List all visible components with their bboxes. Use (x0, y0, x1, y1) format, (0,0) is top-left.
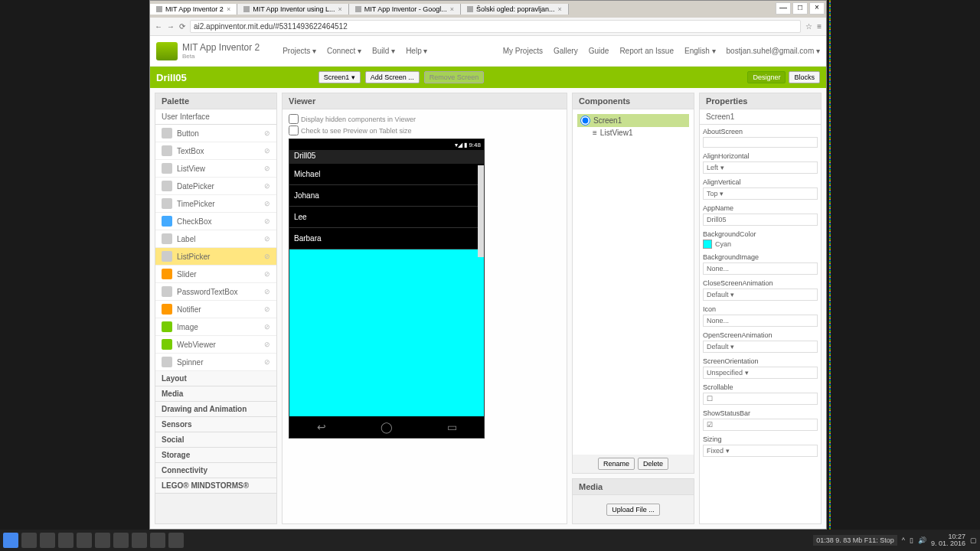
palette-category-drawing-and-animation[interactable]: Drawing and Animation (155, 402, 276, 417)
help-icon[interactable]: ⊘ (264, 129, 270, 137)
property-value[interactable]: Left ▾ (703, 161, 818, 174)
forward-icon[interactable]: → (167, 22, 175, 31)
reload-icon[interactable]: ⟳ (179, 22, 185, 31)
minimize-button[interactable]: — (776, 2, 791, 15)
menu-guide[interactable]: Guide (589, 47, 609, 55)
browser-tab-3[interactable]: Šolski ogled: popravljan...× (461, 4, 569, 15)
palette-item-checkbox[interactable]: CheckBox⊘ (155, 213, 276, 230)
list-item[interactable]: Barbara (289, 228, 484, 249)
palette-item-webviewer[interactable]: WebViewer⊘ (155, 336, 276, 354)
phone-body[interactable]: MichaelJohanaLeeBarbara (289, 164, 484, 416)
property-value[interactable]: None... (703, 262, 818, 275)
menu-help[interactable]: Help ▾ (406, 47, 427, 55)
back-icon[interactable]: ← (155, 22, 162, 31)
restore-button[interactable]: □ (792, 2, 808, 15)
property-value[interactable]: Top ▾ (703, 187, 818, 200)
palette-item-label[interactable]: Label⊘ (155, 230, 276, 248)
delete-button[interactable]: Delete (638, 458, 668, 470)
property-value[interactable]: Fixed ▾ (703, 445, 818, 457)
tray-up-icon[interactable]: ^ (902, 536, 905, 544)
screen-selector[interactable]: Screen1 ▾ (318, 71, 361, 83)
help-icon[interactable]: ⊘ (264, 217, 270, 225)
star-icon[interactable]: ☆ (805, 22, 812, 31)
property-value[interactable]: Drill05 (703, 214, 818, 226)
opt-tablet-checkbox[interactable] (289, 126, 299, 135)
property-value[interactable]: Unspecified ▾ (703, 367, 818, 379)
add-screen-button[interactable]: Add Screen ... (365, 71, 420, 83)
tray-network-icon[interactable]: ▯ (910, 536, 913, 544)
tree-screen1[interactable]: Screen1 (577, 114, 689, 127)
upload-file-button[interactable]: Upload File ... (606, 504, 660, 516)
palette-category-lego-mindstorms-[interactable]: LEGO® MINDSTORMS® (155, 478, 276, 494)
list-item[interactable]: Michael (289, 164, 484, 185)
blocks-button[interactable]: Blocks (789, 71, 820, 83)
store-icon[interactable] (77, 533, 92, 548)
help-icon[interactable]: ⊘ (264, 341, 270, 348)
edge-icon[interactable] (95, 533, 110, 548)
property-value[interactable]: None... (703, 315, 818, 327)
clock-date[interactable]: 9. 01. 2016 (931, 540, 965, 547)
property-value[interactable]: Default ▾ (703, 341, 818, 353)
help-icon[interactable]: ⊘ (264, 253, 270, 260)
palette-item-listview[interactable]: ListView⊘ (155, 160, 276, 178)
help-icon[interactable]: ⊘ (264, 235, 270, 243)
menu-language[interactable]: English ▾ (684, 47, 716, 55)
help-icon[interactable]: ⊘ (264, 182, 270, 190)
url-input[interactable]: ai2.appinventor.mit.edu/#531149362246451… (190, 20, 801, 33)
recorder-icon[interactable] (168, 533, 184, 548)
taskview-icon[interactable] (40, 533, 55, 548)
palette-category-storage[interactable]: Storage (155, 448, 276, 463)
tree-listview1[interactable]: ≡ListView1 (590, 127, 689, 139)
listview-component[interactable]: MichaelJohanaLeeBarbara (289, 164, 484, 249)
close-icon[interactable]: × (227, 5, 230, 13)
tree-radio[interactable] (580, 116, 590, 126)
notifications-icon[interactable]: ▢ (970, 536, 977, 544)
help-icon[interactable]: ⊘ (264, 200, 270, 207)
palette-item-button[interactable]: Button⊘ (155, 125, 276, 142)
palette-item-image[interactable]: Image⊘ (155, 318, 276, 336)
opt-hidden-checkbox[interactable] (289, 114, 299, 124)
palette-category-sensors[interactable]: Sensors (155, 417, 276, 432)
skype-icon[interactable] (132, 533, 147, 548)
browser-tab-2[interactable]: MIT App Inventor - Googl...× (349, 4, 461, 15)
property-value[interactable]: Default ▾ (703, 289, 818, 301)
remove-screen-button[interactable]: Remove Screen (424, 71, 485, 83)
help-icon[interactable]: ⊘ (264, 165, 270, 172)
opt-hidden[interactable]: Display hidden components in Viewer (289, 114, 560, 124)
palette-item-notifier[interactable]: Notifier⊘ (155, 301, 276, 318)
property-value[interactable]: ☐ (703, 393, 818, 405)
menu-account[interactable]: bostjan.suhel@gmail.com ▾ (727, 47, 820, 55)
listview-scrollbar[interactable] (478, 165, 484, 257)
property-value[interactable]: ☑ (703, 419, 818, 431)
palette-item-spinner[interactable]: Spinner⊘ (155, 354, 276, 371)
close-button[interactable]: × (809, 2, 825, 15)
menu-connect[interactable]: Connect ▾ (327, 47, 361, 55)
property-value[interactable] (703, 137, 818, 148)
palette-item-listpicker[interactable]: ListPicker⊘ (155, 248, 276, 266)
help-icon[interactable]: ⊘ (264, 270, 270, 278)
menu-projects[interactable]: Projects ▾ (283, 47, 316, 55)
palette-item-datepicker[interactable]: DatePicker⊘ (155, 178, 276, 195)
designer-button[interactable]: Designer (747, 71, 786, 83)
palette-item-slider[interactable]: Slider⊘ (155, 266, 276, 283)
rename-button[interactable]: Rename (598, 458, 635, 470)
menu-report[interactable]: Report an Issue (619, 47, 674, 55)
palette-category-layout[interactable]: Layout (155, 371, 276, 386)
palette-category[interactable]: User Interface (155, 109, 276, 125)
app-icon[interactable] (113, 533, 129, 548)
menu-gallery[interactable]: Gallery (554, 47, 578, 55)
property-value[interactable]: Cyan (703, 240, 818, 249)
palette-category-connectivity[interactable]: Connectivity (155, 463, 276, 478)
menu-myprojects[interactable]: My Projects (503, 47, 543, 55)
help-icon[interactable]: ⊘ (264, 147, 270, 155)
chrome-icon[interactable] (150, 533, 165, 548)
explorer-icon[interactable] (58, 533, 74, 548)
close-icon[interactable]: × (558, 5, 562, 13)
menu-build[interactable]: Build ▾ (372, 47, 395, 55)
palette-item-textbox[interactable]: TextBox⊘ (155, 142, 276, 160)
palette-category-social[interactable]: Social (155, 432, 276, 448)
close-icon[interactable]: × (338, 5, 342, 13)
opt-tablet[interactable]: Check to see Preview on Tablet size (289, 126, 560, 135)
help-icon[interactable]: ⊘ (264, 358, 270, 366)
palette-item-timepicker[interactable]: TimePicker⊘ (155, 195, 276, 213)
